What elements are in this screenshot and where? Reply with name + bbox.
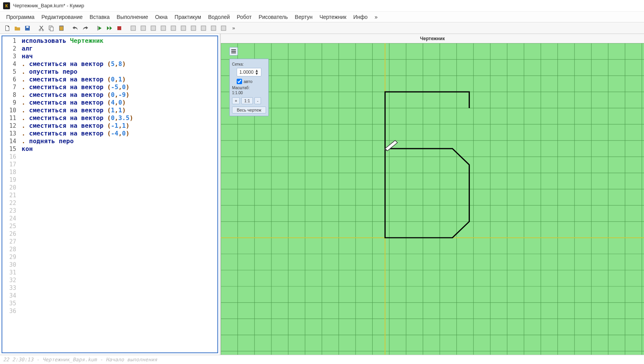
copy-button[interactable] [47,24,56,32]
t10-button[interactable] [219,24,228,32]
auto-label: авто [244,79,253,84]
canvas-menu-button[interactable] [229,47,238,56]
svg-rect-8 [117,26,121,30]
open-file-button[interactable] [13,24,22,32]
svg-rect-9 [131,26,136,30]
canvas-control-panel: Сетка: 1.0000 ▲▼ авто Масштаб: 1:1.00 + … [229,59,269,116]
editor-pane: 1234567891011121314151617181920212223242… [0,34,221,355]
svg-rect-1 [26,26,29,28]
scale-label: Масштаб: [232,86,266,90]
menu-5[interactable]: Практикум [171,13,204,21]
grid-label: Сетка: [232,62,266,66]
svg-rect-18 [221,26,226,30]
svg-rect-5 [50,27,53,31]
menu-7[interactable]: Робот [234,13,254,21]
save-file-button[interactable] [23,24,32,32]
menu-9[interactable]: Вертун [292,13,316,21]
toolbar: » [0,22,644,34]
menu-3[interactable]: Выполнение [114,13,151,21]
svg-rect-15 [191,26,196,30]
menu-11[interactable]: Инфо [350,13,371,21]
t9-button[interactable] [209,24,218,32]
toolbar-more[interactable]: » [229,24,238,32]
titlebar: К Чертежник_Варя.kum* - Кумир [0,0,644,12]
undo-button[interactable] [71,24,80,32]
auto-checkbox[interactable] [237,79,242,84]
app-icon: К [3,2,10,9]
step-button[interactable] [105,24,114,32]
menu-10[interactable]: Чертежник [316,13,349,21]
t1-button[interactable] [129,24,137,32]
t5-button[interactable] [169,24,178,32]
t2-button[interactable] [139,24,147,32]
svg-rect-13 [171,26,176,30]
run-button[interactable] [95,24,103,32]
menu-more[interactable]: » [371,13,381,21]
t8-button[interactable] [199,24,208,32]
grid-svg [221,43,644,355]
menu-2[interactable]: Вставка [86,13,113,21]
t4-button[interactable] [159,24,168,32]
drawing-canvas[interactable]: Сетка: 1.0000 ▲▼ авто Масштаб: 1:1.00 + … [221,43,644,355]
svg-rect-10 [141,26,146,30]
redo-button[interactable] [81,24,90,32]
menu-4[interactable]: Окна [152,13,171,21]
new-file-button[interactable] [3,24,12,32]
menu-8[interactable]: Рисователь [256,13,291,21]
line-gutter: 1234567891011121314151617181920212223242… [2,36,19,352]
svg-rect-7 [60,25,63,27]
zoom-out-button[interactable]: - [254,97,261,104]
grid-step-input[interactable]: 1.0000 ▲▼ [237,68,261,76]
t6-button[interactable] [179,24,188,32]
paste-button[interactable] [57,24,66,32]
cut-button[interactable] [37,24,46,32]
zoom-in-button[interactable]: + [232,97,240,104]
t3-button[interactable] [149,24,158,32]
svg-rect-17 [211,26,216,30]
zoom-reset-button[interactable]: 1:1 [241,97,253,104]
svg-rect-14 [181,26,186,30]
fit-button[interactable]: Весь чертеж [232,107,266,113]
menu-6[interactable]: Водолей [205,13,233,21]
spinner-icon[interactable]: ▲▼ [255,69,259,75]
canvas-title: Чертежник [221,34,644,43]
menubar: ПрограммаРедактированиеВставкаВыполнение… [0,12,644,22]
svg-rect-16 [201,26,206,30]
svg-rect-19 [221,43,644,355]
canvas-pane: Чертежник Сетка: 1.0000 ▲▼ авто Масштаб:… [221,34,644,355]
menu-1[interactable]: Редактирование [38,13,86,21]
window-title: Чертежник_Варя.kum* - Кумир [13,3,84,8]
message-bar: 22 2:30:13 - Чертежник_Варя.kum - Начало… [0,355,644,364]
t7-button[interactable] [189,24,198,32]
svg-rect-11 [151,26,156,30]
code-area[interactable]: использовать Чертежникалгнач. сместиться… [19,36,217,352]
svg-rect-12 [161,26,166,30]
code-editor[interactable]: 1234567891011121314151617181920212223242… [2,36,218,353]
menu-0[interactable]: Программа [3,13,37,21]
stop-button[interactable] [115,24,124,32]
scale-value: 1:1.00 [232,91,266,95]
